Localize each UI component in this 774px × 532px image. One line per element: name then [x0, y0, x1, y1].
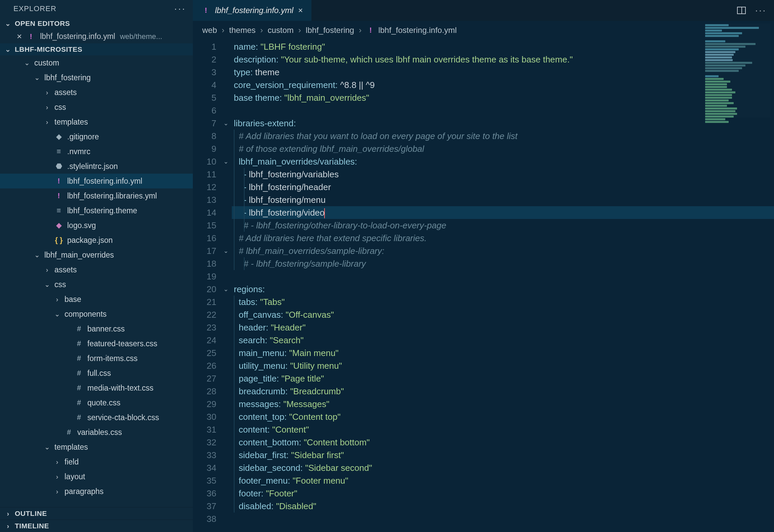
code-line[interactable]: sidebar_first: "Sidebar first" [232, 449, 774, 461]
code-line[interactable]: messages: "Messages" [232, 398, 774, 410]
breadcrumb-item[interactable]: custom [268, 26, 294, 35]
code-line[interactable]: libraries-extend: [232, 117, 774, 130]
minimap[interactable] [705, 24, 771, 118]
tree-file[interactable]: { }package.json [0, 233, 193, 248]
tree-file[interactable]: #media-with-text.css [0, 381, 193, 395]
code-line[interactable]: content: "Content" [232, 423, 774, 436]
line-number: 37 [193, 500, 220, 513]
breadcrumb-item[interactable]: lbhf_fostering.info.yml [378, 26, 457, 35]
fold-column[interactable]: ⌄⌄⌄⌄ [220, 40, 232, 532]
close-editor-icon[interactable]: × [17, 31, 22, 42]
tree-file[interactable]: ◆logo.svg [0, 218, 193, 233]
close-tab-icon[interactable]: × [298, 6, 303, 15]
fold-toggle[interactable]: ⌄ [220, 155, 232, 168]
tree-folder[interactable]: ›templates [0, 115, 193, 129]
tree-folder[interactable]: ⌄lbhf_fostering [0, 70, 193, 85]
editor-more-icon[interactable]: ··· [755, 5, 767, 16]
code-line[interactable]: # - lbhf_fostering/sample-library [232, 257, 774, 270]
code-line[interactable]: utility_menu: "Utility menu" [232, 359, 774, 372]
explorer-more-icon[interactable]: ··· [174, 3, 186, 14]
code-line[interactable]: footer: "Footer" [232, 487, 774, 500]
tree-file[interactable]: #variables.css [0, 425, 193, 440]
tree-folder[interactable]: ›paragraphs [0, 484, 193, 499]
tree-file[interactable]: #featured-teasers.css [0, 336, 193, 351]
tree-file[interactable]: !lbhf_fostering.info.yml [0, 174, 193, 188]
code-line[interactable]: regions: [232, 283, 774, 296]
tree-file[interactable]: ≡lbhf_fostering.theme [0, 203, 193, 218]
timeline-section[interactable]: › TIMELINE [0, 520, 193, 532]
tree-folder[interactable]: ›field [0, 454, 193, 469]
code-line[interactable]: # Add libraries that you want to load on… [232, 130, 774, 142]
code-line[interactable]: type: theme [232, 66, 774, 79]
open-editors-section[interactable]: ⌄ OPEN EDITORS [0, 17, 193, 30]
chevron-right-icon: › [54, 488, 60, 495]
fold-toggle[interactable]: ⌄ [220, 283, 232, 296]
breadcrumb-item[interactable]: themes [229, 26, 256, 35]
tree-folder[interactable]: ›assets [0, 262, 193, 277]
code-line[interactable]: tabs: "Tabs" [232, 296, 774, 308]
code-line[interactable]: - lbhf_fostering/menu [232, 193, 774, 206]
tree-folder[interactable]: ›assets [0, 85, 193, 100]
code-line[interactable]: footer_menu: "Footer menu" [232, 474, 774, 487]
code-line[interactable]: - lbhf_fostering/header [232, 181, 774, 193]
fold-toggle[interactable]: ⌄ [220, 245, 232, 257]
code-line[interactable] [232, 104, 774, 117]
fold-toggle [220, 308, 232, 321]
tree-item-label: form-items.css [87, 354, 138, 363]
file-tree[interactable]: ⌄custom⌄lbhf_fostering›assets›css›templa… [0, 55, 193, 507]
tree-file[interactable]: #service-cta-block.css [0, 410, 193, 425]
code-line[interactable]: header: "Header" [232, 321, 774, 334]
line-number: 5 [193, 91, 220, 104]
code-line[interactable]: breadcrumb: "Breadcrumb" [232, 385, 774, 398]
code-line[interactable]: content_top: "Content top" [232, 410, 774, 423]
code-editor[interactable]: 1234567891011121314151617181920212223242… [193, 40, 774, 532]
open-editor-item[interactable]: × ! lbhf_fostering.info.yml web/theme... [0, 30, 193, 43]
code-line[interactable] [232, 270, 774, 283]
fold-toggle[interactable]: ⌄ [220, 117, 232, 130]
tree-folder[interactable]: ⌄custom [0, 55, 193, 70]
tree-folder[interactable]: ⌄css [0, 277, 193, 292]
code-line[interactable]: page_title: "Page title" [232, 372, 774, 385]
code-line[interactable]: # lbhf_main_overrides/sample-library: [232, 245, 774, 257]
chevron-down-icon: ⌄ [54, 310, 60, 318]
tab-active[interactable]: ! lbhf_fostering.info.yml × [193, 0, 311, 21]
tree-folder[interactable]: ⌄templates [0, 440, 193, 454]
tree-file[interactable]: !lbhf_fostering.libraries.yml [0, 188, 193, 203]
tree-folder[interactable]: ⌄lbhf_main_overrides [0, 248, 193, 262]
code-line[interactable]: disabled: "Disabled" [232, 500, 774, 513]
tree-folder[interactable]: ⌄components [0, 307, 193, 321]
workspace-section[interactable]: ⌄ LBHF-MICROSITES [0, 43, 193, 55]
tree-file[interactable]: #quote.css [0, 395, 193, 410]
code-line[interactable]: - lbhf_fostering/variables [232, 168, 774, 181]
tree-file[interactable]: #banner.css [0, 321, 193, 336]
code-line[interactable] [232, 513, 774, 525]
code-content[interactable]: name: "LBHF fostering"description: "Your… [232, 40, 774, 532]
code-line[interactable]: # Add libraries here that extend specifi… [232, 232, 774, 245]
tree-file[interactable]: #form-items.css [0, 351, 193, 366]
code-line[interactable]: # - lbhf_fostering/other-library-to-load… [232, 219, 774, 232]
code-line[interactable]: sidebar_second: "Sidebar second" [232, 461, 774, 474]
code-line[interactable]: description: "Your sub-theme, which uses… [232, 53, 774, 66]
tree-file[interactable]: #full.css [0, 366, 193, 381]
code-line[interactable]: name: "LBHF fostering" [232, 40, 774, 53]
code-line[interactable]: core_version_requirement: ^8.8 || ^9 [232, 79, 774, 91]
code-line[interactable]: base theme: "lbhf_main_overrides" [232, 91, 774, 104]
code-line[interactable]: search: "Search" [232, 334, 774, 347]
code-line[interactable]: off_canvas: "Off-canvas" [232, 308, 774, 321]
tree-file[interactable]: ⬣.stylelintrc.json [0, 159, 193, 174]
breadcrumb-item[interactable]: web [202, 26, 217, 35]
tree-folder[interactable]: ›css [0, 100, 193, 115]
breadcrumb-item[interactable]: lbhf_fostering [306, 26, 354, 35]
tree-folder[interactable]: ›base [0, 292, 193, 307]
tree-file[interactable]: ≡.nvmrc [0, 144, 193, 159]
tree-file[interactable]: ◆.gitignore [0, 129, 193, 144]
tree-folder[interactable]: ›layout [0, 469, 193, 484]
outline-section[interactable]: › OUTLINE [0, 507, 193, 520]
code-line[interactable]: lbhf_main_overrides/variables: [232, 155, 774, 168]
breadcrumb[interactable]: web›themes›custom›lbhf_fostering›!lbhf_f… [193, 21, 774, 40]
code-line[interactable]: main_menu: "Main menu" [232, 347, 774, 359]
code-line[interactable]: # of those extending lbhf_main_overrides… [232, 142, 774, 155]
code-line[interactable]: - lbhf_fostering/video [232, 206, 774, 219]
split-editor-icon[interactable] [737, 7, 746, 14]
code-line[interactable]: content_bottom: "Content bottom" [232, 436, 774, 449]
